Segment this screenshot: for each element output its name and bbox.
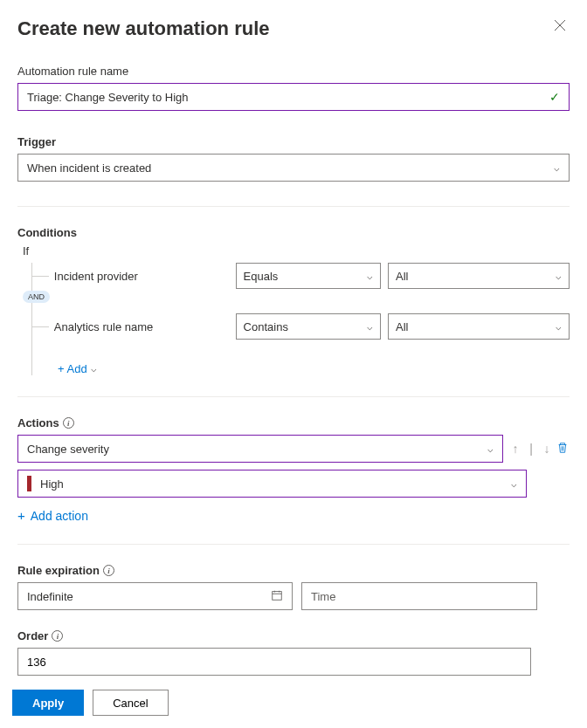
- and-pill: AND: [23, 291, 50, 303]
- order-label: Order i: [17, 629, 570, 642]
- chevron-down-icon: ⌵: [487, 443, 494, 455]
- chevron-down-icon: ⌵: [556, 271, 562, 282]
- trash-icon[interactable]: [556, 442, 570, 457]
- condition-row: Incident provider Equals ⌵ All ⌵: [31, 263, 570, 289]
- svg-rect-2: [273, 591, 282, 600]
- cancel-button[interactable]: Cancel: [93, 690, 168, 716]
- divider: [17, 396, 570, 397]
- condition-operator-select[interactable]: Contains ⌵: [236, 313, 381, 340]
- move-down-icon[interactable]: ↓: [540, 442, 554, 456]
- actions-label: Actions i: [17, 416, 570, 429]
- chevron-down-icon: ⌵: [367, 271, 373, 282]
- conditions-label: Conditions: [17, 226, 570, 239]
- divider: [17, 544, 570, 545]
- action-type-select[interactable]: Change severity ⌵: [17, 435, 503, 463]
- condition-value-select[interactable]: All ⌵: [388, 263, 570, 289]
- order-input[interactable]: [17, 648, 531, 676]
- info-icon[interactable]: i: [52, 630, 63, 642]
- severity-color-bar: [27, 476, 31, 491]
- rule-name-input[interactable]: Triage: Change Severity to High ✓: [17, 83, 570, 111]
- calendar-icon: [271, 589, 283, 604]
- rule-name-value: Triage: Change Severity to High: [27, 91, 549, 104]
- add-action-link[interactable]: + Add action: [17, 508, 88, 523]
- if-label: If: [23, 244, 570, 258]
- divider: [17, 206, 570, 207]
- rule-expiration-label: Rule expiration i: [17, 564, 570, 577]
- chevron-down-icon: ⌵: [367, 321, 373, 333]
- condition-row: Analytics rule name Contains ⌵ All ⌵: [31, 313, 570, 340]
- chevron-down-icon: ⌵: [91, 363, 97, 374]
- divider-icon: |: [524, 442, 538, 456]
- add-condition-link[interactable]: + Add ⌵: [58, 362, 97, 375]
- page-title: Create new automation rule: [17, 17, 570, 40]
- expiration-time-input[interactable]: Time: [301, 582, 537, 610]
- trigger-label: Trigger: [17, 135, 570, 148]
- condition-field: Analytics rule name: [54, 320, 236, 333]
- severity-select[interactable]: High ⌵: [17, 470, 527, 498]
- info-icon[interactable]: i: [63, 417, 74, 429]
- close-icon[interactable]: [554, 19, 566, 35]
- chevron-down-icon: ⌵: [554, 162, 560, 174]
- rule-name-label: Automation rule name: [17, 65, 570, 78]
- move-up-icon[interactable]: ↑: [508, 442, 522, 456]
- trigger-select[interactable]: When incident is created ⌵: [17, 154, 570, 182]
- apply-button[interactable]: Apply: [12, 690, 84, 716]
- chevron-down-icon: ⌵: [511, 478, 517, 490]
- condition-value-select[interactable]: All ⌵: [388, 313, 570, 340]
- condition-operator-select[interactable]: Equals ⌵: [236, 263, 381, 289]
- checkmark-icon: ✓: [549, 90, 560, 104]
- condition-field: Incident provider: [54, 270, 236, 283]
- expiration-date-input[interactable]: Indefinite: [17, 582, 293, 610]
- plus-icon: +: [17, 508, 25, 523]
- chevron-down-icon: ⌵: [556, 321, 562, 333]
- info-icon[interactable]: i: [103, 565, 114, 576]
- trigger-value: When incident is created: [27, 161, 554, 175]
